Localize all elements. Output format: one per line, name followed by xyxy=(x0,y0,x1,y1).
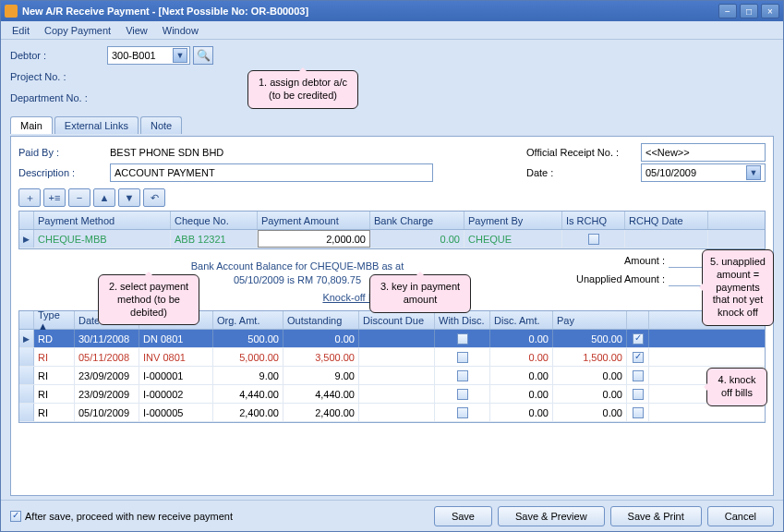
save-preview-button[interactable]: Save & Preview xyxy=(498,506,605,526)
col-rchq-date[interactable]: RCHQ Date xyxy=(625,212,708,229)
knockoff-row[interactable]: RI05/10/2009I-0000052,400.002,400.000.00… xyxy=(19,404,765,422)
col-check[interactable] xyxy=(627,311,649,329)
cell-knock-check[interactable] xyxy=(627,330,649,347)
checkbox-icon[interactable] xyxy=(457,389,468,400)
tab-main[interactable]: Main xyxy=(10,116,53,134)
date-input[interactable]: 05/10/2009 ▼ xyxy=(641,163,766,182)
cell-outstanding: 9.00 xyxy=(283,367,359,384)
checkbox-icon[interactable] xyxy=(633,370,644,381)
cell-rchq-date[interactable] xyxy=(625,230,708,248)
checkbox-icon[interactable] xyxy=(457,333,468,345)
cell-pay[interactable]: 1,500.00 xyxy=(553,348,627,366)
unapplied-label: Unapplied Amount : xyxy=(576,273,665,284)
cell-type: RD xyxy=(34,330,75,347)
checkbox-icon[interactable] xyxy=(633,333,644,345)
cell-payment-amount[interactable]: 2,000.00 xyxy=(258,230,370,248)
save-button[interactable]: Save xyxy=(434,506,492,526)
payment-grid: Payment Method Cheque No. Payment Amount… xyxy=(18,211,766,249)
col-discount-due[interactable]: Discount Due xyxy=(359,311,435,329)
checkbox-icon[interactable] xyxy=(633,407,644,418)
after-save-label: After save, proceed with new receive pay… xyxy=(25,511,233,522)
move-up-button[interactable]: ▲ xyxy=(93,188,115,207)
debtor-combo[interactable]: 300-B001 ▼ xyxy=(107,46,190,65)
col-payment-amount[interactable]: Payment Amount xyxy=(258,212,370,229)
cell-disc-amt: 0.00 xyxy=(490,385,553,403)
col-org-amt[interactable]: Org. Amt. xyxy=(213,311,283,329)
col-payment-method[interactable]: Payment Method xyxy=(34,212,171,229)
checkbox-icon[interactable] xyxy=(633,389,644,400)
knockoff-row[interactable]: RI23/09/2009I-0000019.009.000.000.00 xyxy=(19,367,765,385)
cell-date: 05/11/2008 xyxy=(75,348,139,366)
debtor-search-button[interactable]: 🔍 xyxy=(193,46,213,65)
checkbox-icon[interactable] xyxy=(588,234,599,245)
after-save-checkbox[interactable] xyxy=(10,511,21,522)
checkbox-icon[interactable] xyxy=(457,352,468,363)
col-pay[interactable]: Pay xyxy=(553,311,627,329)
cell-org-amt: 5,000.00 xyxy=(213,348,283,366)
minimize-button[interactable]: − xyxy=(718,4,737,18)
knockoff-row[interactable]: ▶RD30/11/2008DN 0801500.000.000.00500.00 xyxy=(19,330,765,348)
move-down-button[interactable]: ▼ xyxy=(118,188,140,207)
insert-row-button[interactable]: +≡ xyxy=(43,188,66,207)
checkbox-icon[interactable] xyxy=(457,370,468,381)
cell-knock-check[interactable] xyxy=(627,404,649,421)
cell-outstanding: 2,400.00 xyxy=(283,404,359,421)
cell-type: RI xyxy=(34,404,75,421)
date-dropdown-icon[interactable]: ▼ xyxy=(746,165,761,180)
cell-knock-check[interactable] xyxy=(627,348,649,366)
menu-window[interactable]: Window xyxy=(157,23,204,38)
menu-view[interactable]: View xyxy=(120,23,153,38)
description-input[interactable]: ACCOUNT PAYMENT xyxy=(110,163,433,182)
close-button[interactable]: × xyxy=(761,4,779,18)
cell-payment-method[interactable]: CHEQUE-MBB xyxy=(34,230,171,248)
cell-pay[interactable]: 0.00 xyxy=(553,385,627,403)
knock-off-link[interactable]: Knock-off Invoices/Debit Notes xyxy=(18,292,766,303)
cell-pay[interactable]: 0.00 xyxy=(553,404,627,421)
col-is-rchq[interactable]: Is RCHQ xyxy=(562,212,625,229)
menu-edit[interactable]: Edit xyxy=(6,23,35,38)
cell-with-disc[interactable] xyxy=(435,367,490,384)
tab-note[interactable]: Note xyxy=(140,116,182,134)
tab-external-links[interactable]: External Links xyxy=(54,116,139,134)
cell-with-disc[interactable] xyxy=(435,330,490,347)
knockoff-row[interactable]: RI05/11/2008INV 08015,000.003,500.000.00… xyxy=(19,348,765,367)
cancel-button[interactable]: Cancel xyxy=(707,506,774,526)
delete-row-button[interactable]: − xyxy=(68,188,90,207)
col-disc-amt[interactable]: Disc. Amt. xyxy=(490,311,553,329)
cell-knock-check[interactable] xyxy=(627,367,649,384)
cell-knock-check[interactable] xyxy=(627,385,649,403)
undo-button[interactable]: ↶ xyxy=(143,188,165,207)
col-outstanding[interactable]: Outstanding xyxy=(283,311,359,329)
col-bank-charge[interactable]: Bank Charge xyxy=(370,212,464,229)
col-payment-by[interactable]: Payment By xyxy=(464,212,562,229)
payment-row[interactable]: ▶ CHEQUE-MBB ABB 12321 2,000.00 0.00 CHE… xyxy=(19,230,765,248)
cell-with-disc[interactable] xyxy=(435,404,490,421)
cell-pay[interactable]: 500.00 xyxy=(553,330,627,347)
knockoff-row[interactable]: RI23/09/2009I-0000024,440.004,440.000.00… xyxy=(19,385,765,404)
col-with-disc[interactable]: With Disc. xyxy=(435,311,490,329)
menu-copy-payment[interactable]: Copy Payment xyxy=(39,23,116,38)
cell-cheque-no[interactable]: ABB 12321 xyxy=(171,230,258,248)
cell-no: INV 0801 xyxy=(139,348,213,366)
cell-pay[interactable]: 0.00 xyxy=(553,367,627,384)
add-row-button[interactable]: ＋ xyxy=(18,188,41,207)
col-no[interactable]: No. xyxy=(139,311,213,329)
cell-discount-due xyxy=(359,404,435,421)
checkbox-icon[interactable] xyxy=(633,352,644,363)
col-date[interactable]: Date xyxy=(75,311,139,329)
chevron-down-icon[interactable]: ▼ xyxy=(173,48,187,63)
cell-with-disc[interactable] xyxy=(435,348,490,366)
cell-date: 30/11/2008 xyxy=(75,330,139,347)
tabs: Main External Links Note xyxy=(10,116,774,134)
official-receipt-input[interactable]: <<New>> xyxy=(641,143,766,162)
maximize-button[interactable]: □ xyxy=(740,4,758,18)
cell-is-rchq[interactable] xyxy=(562,230,625,248)
cell-payment-by[interactable]: CHEQUE xyxy=(464,230,562,248)
checkbox-icon[interactable] xyxy=(457,407,468,418)
cell-bank-charge[interactable]: 0.00 xyxy=(370,230,464,248)
col-type[interactable]: Type ▲ xyxy=(34,311,75,329)
save-print-button[interactable]: Save & Print xyxy=(610,506,702,526)
col-cheque-no[interactable]: Cheque No. xyxy=(171,212,258,229)
paid-by-label: Paid By : xyxy=(18,147,106,158)
cell-with-disc[interactable] xyxy=(435,385,490,403)
